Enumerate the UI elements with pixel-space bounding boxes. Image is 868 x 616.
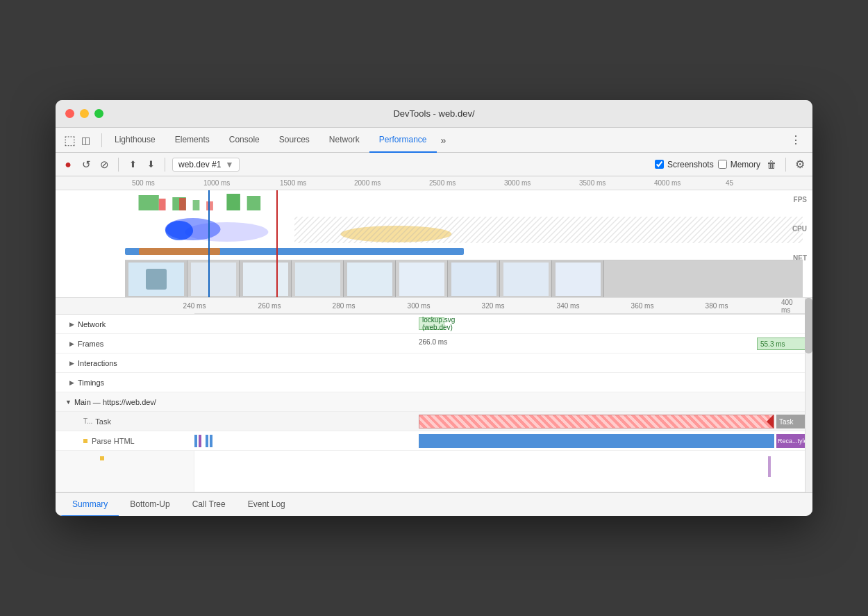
timings-track-label: ▶ Timings [56, 378, 194, 387]
task-label-1: T... Task [56, 412, 194, 431]
cpu-chart [125, 217, 803, 243]
minimize-button[interactable] [80, 109, 89, 118]
frame-highlight-label: 55.3 ms [760, 340, 785, 348]
scrollbar-track[interactable] [805, 298, 812, 492]
cursor-icon[interactable]: ⬚ [61, 133, 78, 148]
net-chart [125, 247, 803, 256]
timeline-area: 240 ms 260 ms 280 ms 300 ms 320 ms 340 m… [56, 298, 812, 492]
cpu-svg [125, 217, 803, 243]
ruler-tick-3000: 3000 ms [504, 179, 531, 187]
timings-track-content [194, 373, 812, 392]
dock-icon[interactable]: ◫ [78, 135, 93, 146]
tab-network[interactable]: Network [319, 128, 369, 153]
upload-button[interactable]: ⬆ [126, 158, 140, 172]
screenshot-thumb-4 [344, 260, 396, 298]
ruler-tick-2000: 2000 ms [354, 179, 381, 187]
task-bar-flag [767, 415, 774, 428]
ruler-tick-1500: 1500 ms [280, 179, 306, 187]
settings-button[interactable]: ⚙ [793, 158, 807, 172]
parse-html-label: Parse HTML [92, 437, 135, 445]
menu-dots[interactable]: ⋮ [785, 133, 807, 147]
main-arrow: ▼ [65, 399, 72, 406]
reload-button[interactable]: ↺ [79, 158, 93, 172]
network-track[interactable]: ▶ Network lockup.svg (web.dev) [56, 315, 812, 334]
bottom-tab-bottom-up[interactable]: Bottom-Up [119, 493, 181, 517]
url-select[interactable]: web.dev #1 ▼ [172, 158, 240, 172]
tab-performance[interactable]: Performance [369, 128, 437, 153]
screenshot-strip [125, 260, 803, 298]
empty-content [194, 451, 812, 492]
task-right-label: Task [779, 418, 794, 426]
interactions-label-text: Interactions [78, 359, 117, 367]
screenshot-thumb-7 [500, 260, 552, 298]
purple-dot [768, 456, 771, 477]
ruler-tick-1000: 1000 ms [203, 179, 230, 187]
url-dropdown-icon: ▼ [225, 160, 233, 169]
timings-arrow: ▶ [69, 379, 74, 386]
svg-rect-2 [193, 200, 200, 210]
memory-label: Memory [731, 160, 760, 169]
tab-lighthouse[interactable]: Lighthouse [105, 128, 165, 153]
ruler-tick-45: 45 [726, 179, 733, 187]
screenshots-checkbox[interactable] [655, 160, 664, 169]
fps-chart [125, 192, 803, 213]
network-track-content: lockup.svg (web.dev) [194, 315, 812, 333]
bottom-tab-summary[interactable]: Summary [61, 493, 119, 517]
task-row-1[interactable]: T... Task Task [56, 412, 812, 431]
close-button[interactable] [65, 109, 74, 118]
svg-rect-7 [206, 201, 213, 210]
overview-ruler: 500 ms 1000 ms 1500 ms 2000 ms 2500 ms 3… [56, 176, 812, 190]
frames-track[interactable]: ▶ Frames 266.0 ms 55.3 ms [56, 334, 812, 353]
frames-label-text: Frames [78, 340, 103, 348]
bottom-tab-call-tree[interactable]: Call Tree [181, 493, 237, 517]
task-row-2[interactable]: Parse HTML Reca...tyle [56, 431, 812, 451]
tick-240: 240 ms [183, 302, 206, 310]
memory-checkbox[interactable] [718, 160, 727, 169]
interactions-arrow: ▶ [69, 360, 74, 367]
timings-track[interactable]: ▶ Timings [56, 373, 812, 392]
task-short-1: T... [83, 417, 92, 425]
interactions-track[interactable]: ▶ Interactions [56, 353, 812, 373]
screenshot-thumb-6 [448, 260, 500, 298]
ruler-tick-500: 500 ms [132, 179, 155, 187]
svg-rect-12 [294, 217, 803, 243]
parse-html-bar [419, 434, 774, 448]
interactions-track-label: ▶ Interactions [56, 359, 194, 367]
download-button[interactable]: ⬇ [144, 158, 158, 172]
overview-canvas[interactable]: FPS CPU [56, 190, 812, 298]
empty-area [56, 451, 812, 492]
tab-console[interactable]: Console [219, 128, 269, 153]
frame-highlight: 55.3 ms [757, 338, 812, 350]
task-bar-area-1: Task [194, 412, 812, 431]
record-button[interactable]: ● [61, 158, 75, 172]
screenshot-thumb-3 [292, 260, 344, 298]
tab-elements[interactable]: Elements [165, 128, 219, 153]
task-bar-1 [419, 415, 774, 428]
scrollbar-thumb[interactable] [805, 298, 812, 353]
parse-indicator [83, 439, 87, 443]
toolbar-sep-3 [785, 158, 786, 172]
tab-more-button[interactable]: » [437, 135, 451, 146]
screenshots-label: Screenshots [667, 160, 714, 169]
network-label-text: Network [78, 320, 106, 328]
ruler-tick-3500: 3500 ms [579, 179, 606, 187]
svg-rect-6 [179, 198, 186, 210]
overview-panel: 500 ms 1000 ms 1500 ms 2000 ms 2500 ms 3… [56, 176, 812, 298]
window-title: DevTools - web.dev/ [393, 108, 474, 119]
clear-button[interactable]: ⊘ [97, 158, 111, 172]
tick-300: 300 ms [408, 302, 431, 310]
screenshot-thumb-2 [240, 260, 292, 298]
toolbar-sep-2 [165, 158, 165, 172]
delete-button[interactable]: 🗑 [765, 158, 778, 172]
bottom-tab-event-log[interactable]: Event Log [237, 493, 297, 517]
main-section-header[interactable]: ▼ Main — https://web.dev/ [56, 392, 812, 412]
yellow-indicator [100, 456, 104, 460]
tab-sep [101, 133, 102, 147]
lockup-svg-label: lockup.svg (web.dev) [422, 316, 455, 331]
tick-360: 360 ms [631, 302, 654, 310]
tick-380: 380 ms [706, 302, 728, 310]
maximize-button[interactable] [94, 109, 103, 118]
screenshots-checkbox-wrap: Screenshots [655, 160, 714, 169]
network-arrow: ▶ [69, 321, 74, 328]
tab-sources[interactable]: Sources [269, 128, 319, 153]
